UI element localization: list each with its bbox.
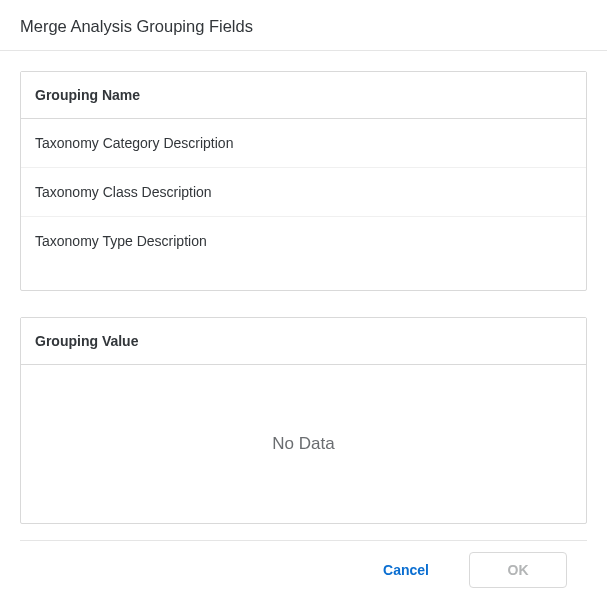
grouping-name-list: Taxonomy Category Description Taxonomy C… <box>21 119 586 265</box>
list-item-label: Taxonomy Category Description <box>35 135 233 151</box>
list-item-label: Taxonomy Type Description <box>35 233 207 249</box>
dialog-content: Grouping Name Taxonomy Category Descript… <box>0 51 607 540</box>
grouping-name-header: Grouping Name <box>21 72 586 119</box>
ok-button[interactable]: OK <box>469 552 567 588</box>
cancel-button[interactable]: Cancel <box>363 552 457 588</box>
grouping-value-panel: Grouping Value No Data <box>20 317 587 524</box>
list-item-label: Taxonomy Class Description <box>35 184 212 200</box>
grouping-value-body: No Data <box>21 365 586 522</box>
dialog-title: Merge Analysis Grouping Fields <box>20 17 587 36</box>
list-item[interactable]: Taxonomy Category Description <box>21 119 586 168</box>
merge-analysis-dialog: Merge Analysis Grouping Fields Grouping … <box>0 0 607 599</box>
list-item[interactable]: Taxonomy Type Description <box>21 217 586 265</box>
dialog-header: Merge Analysis Grouping Fields <box>0 0 607 51</box>
grouping-name-header-text: Grouping Name <box>35 87 140 103</box>
grouping-value-header-text: Grouping Value <box>35 333 138 349</box>
grouping-name-panel: Grouping Name Taxonomy Category Descript… <box>20 71 587 291</box>
dialog-footer: Cancel OK <box>20 540 587 599</box>
list-item[interactable]: Taxonomy Class Description <box>21 168 586 217</box>
no-data-text: No Data <box>272 434 334 454</box>
grouping-value-header: Grouping Value <box>21 318 586 365</box>
